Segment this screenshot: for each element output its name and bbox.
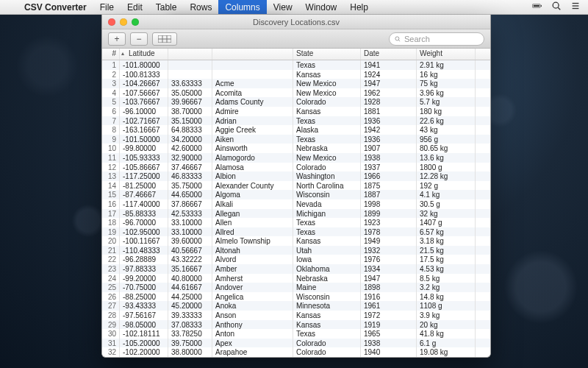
cell-weight: 8.5 kg <box>417 274 476 283</box>
table-row[interactable]: 22-96.2888943.32222AlvordIowa197617.5 kg <box>102 255 490 264</box>
table-row[interactable]: 28-97.5616739.33333AnsonKansas19723.9 kg <box>102 311 490 320</box>
cell-weight: 1407 g <box>417 218 476 227</box>
table-row[interactable]: 23-97.8833335.16667AmberOklahoma19344.53… <box>102 264 490 274</box>
menu-help[interactable]: Help <box>343 0 375 14</box>
battery-icon[interactable] <box>532 1 542 13</box>
table-row[interactable]: 30-102.1811133.78250AntonTexas196541.8 k… <box>102 329 490 339</box>
col-blank2[interactable] <box>212 49 293 60</box>
cell-index: 18 <box>102 218 120 227</box>
cell-latitude: 35.15000 <box>168 116 212 126</box>
table-row[interactable]: 1-101.80000Texas19412.91 kg <box>102 60 490 70</box>
table-row[interactable]: 15-87.4666744.65000AlgomaWisconsin18874.… <box>102 190 490 199</box>
table-row[interactable]: 9-101.5000034.20000AikenTexas1936956 g <box>102 135 490 144</box>
add-row-button[interactable]: + <box>108 32 126 46</box>
menu-edit[interactable]: Edit <box>121 0 149 14</box>
view-toggle-button[interactable] <box>152 32 177 46</box>
col-weight[interactable]: Weight <box>417 49 476 60</box>
table-row[interactable]: 5-103.7666739.96667Adams CountyColorado1… <box>102 97 490 107</box>
table-row[interactable]: 8-163.1666764.88333Aggie CreekAlaska1942… <box>102 125 490 135</box>
cell-date: 1934 <box>361 264 417 274</box>
menu-rows[interactable]: Rows <box>183 0 218 14</box>
cell-date: 1887 <box>361 190 417 199</box>
cell-weight: 3.2 kg <box>417 283 476 292</box>
cell-name: Anson <box>212 311 293 320</box>
menu-columns[interactable]: Columns <box>218 0 266 14</box>
menu-app[interactable]: CSV Converter <box>18 0 93 14</box>
table-row[interactable]: 18-96.7000033.10000AllenTexas19231407 g <box>102 218 490 227</box>
table-row[interactable]: 31-105.2000039.75000ApexColorado19386.1 … <box>102 339 490 348</box>
cell-weight: 13.6 kg <box>417 153 476 163</box>
cell-index: 27 <box>102 301 120 311</box>
cell-weight: 1800 g <box>417 163 476 172</box>
table-row[interactable]: 32-102.2000038.80000ArapahoeColorado1940… <box>102 347 490 357</box>
menu-view[interactable]: View <box>267 0 299 14</box>
cell-index: 29 <box>102 320 120 330</box>
table-row[interactable]: 13-117.2500046.83333AlbionWashington1966… <box>102 171 490 181</box>
col-date[interactable]: Date <box>361 49 417 60</box>
cell-state: Colorado <box>293 97 361 107</box>
cell-longitude: -117.40000 <box>120 199 168 209</box>
table-row[interactable]: 4-107.5666735.05000AcomitaNew Mexico1962… <box>102 88 490 98</box>
cell-latitude: 37.08333 <box>168 320 212 330</box>
table-row[interactable]: 27-93.4333345.20000AnokaMinnesota1961110… <box>102 301 490 311</box>
spotlight-icon[interactable] <box>551 1 562 13</box>
table-row[interactable]: 2-100.81333Kansas192416 kg <box>102 70 490 79</box>
cell-latitude <box>168 60 212 70</box>
cell-state: Nevada <box>293 199 361 209</box>
table-row[interactable]: 26-88.2500044.25000AngelicaWisconsin1916… <box>102 292 490 302</box>
cell-name: Alexander County <box>212 181 293 191</box>
cell-state: Kansas <box>293 311 361 320</box>
table-row[interactable]: 3-104.2666733.63333AcmeNew Mexico194775 … <box>102 79 490 88</box>
table-row[interactable]: 7-102.7166735.15000AdrianTexas193622.6 k… <box>102 116 490 126</box>
table-row[interactable]: 24-99.2000040.80000AmherstNebraska19478.… <box>102 274 490 283</box>
menu-window[interactable]: Window <box>299 0 344 14</box>
table-row[interactable]: 29-98.0500037.08333AnthonyKansas191920 k… <box>102 320 490 330</box>
cell-name: Allen <box>212 218 293 227</box>
minimize-button[interactable] <box>120 18 127 26</box>
col-index[interactable]: # <box>102 49 120 60</box>
cell-longitude: -104.26667 <box>120 79 168 88</box>
table-row[interactable]: 11-105.9333332.90000AlamogordoNew Mexico… <box>102 153 490 163</box>
table-row[interactable]: 19-102.9500033.10000AllredTexas19786.57 … <box>102 227 490 237</box>
table-row[interactable]: 12-105.8666737.46667AlamosaColorado19371… <box>102 163 490 172</box>
cell-longitude: -81.25000 <box>120 181 168 191</box>
notification-center-icon[interactable] <box>570 1 581 13</box>
table-row[interactable]: 17-85.8833342.53333AlleganMichigan189932… <box>102 209 490 219</box>
cell-latitude: 33.10000 <box>168 218 212 227</box>
close-button[interactable] <box>108 18 115 26</box>
search-field[interactable]: Search <box>389 32 484 46</box>
table-row[interactable]: 16-117.4000037.86667AlkaliNevada199830.5… <box>102 199 490 209</box>
cell-date: 1898 <box>361 283 417 292</box>
table-header[interactable]: # Latitude State Date Weight <box>102 49 490 60</box>
cell-index: 31 <box>102 339 120 348</box>
table-row[interactable]: 6-96.1000038.70000AdmireKansas1881180 kg <box>102 107 490 116</box>
zoom-button[interactable] <box>132 18 139 26</box>
table-body[interactable]: 1-101.80000Texas19412.91 kg2-100.81333Ka… <box>102 60 490 357</box>
cell-weight: 14.8 kg <box>417 292 476 302</box>
cell-latitude: 45.20000 <box>168 301 212 311</box>
col-blank1[interactable] <box>168 49 212 60</box>
table-row[interactable]: 20-100.1166739.60000Almelo TownshipKansa… <box>102 236 490 246</box>
cell-name: Aggie Creek <box>212 125 293 135</box>
table-row[interactable]: 25-70.7500044.61667AndoverMaine18983.2 k… <box>102 283 490 292</box>
table-row[interactable]: 14-81.2500035.75000Alexander CountyNorth… <box>102 181 490 191</box>
cell-latitude: 42.53333 <box>168 209 212 219</box>
remove-row-button[interactable]: − <box>130 32 148 46</box>
cell-latitude: 39.75000 <box>168 339 212 348</box>
table-row[interactable]: 21-110.4833340.56667AltonahUtah193221.5 … <box>102 246 490 255</box>
col-state[interactable]: State <box>293 49 361 60</box>
col-latitude[interactable]: Latitude <box>120 49 168 60</box>
cell-date: 1938 <box>361 339 417 348</box>
cell-longitude: -97.56167 <box>120 311 168 320</box>
cell-weight: 41.8 kg <box>417 329 476 339</box>
cell-weight: 6.1 g <box>417 339 476 348</box>
menu-file[interactable]: File <box>93 0 121 14</box>
title-bar[interactable]: Discovery Locations.csv <box>102 15 490 29</box>
cell-state: Minnesota <box>293 301 361 311</box>
cell-longitude: -100.81333 <box>120 70 168 79</box>
table-row[interactable]: 10-99.8000042.60000AinsworthNebraska1907… <box>102 144 490 153</box>
cell-latitude: 64.88333 <box>168 125 212 135</box>
cell-date: 1924 <box>361 70 417 79</box>
svg-line-4 <box>558 7 560 10</box>
menu-table[interactable]: Table <box>149 0 184 14</box>
